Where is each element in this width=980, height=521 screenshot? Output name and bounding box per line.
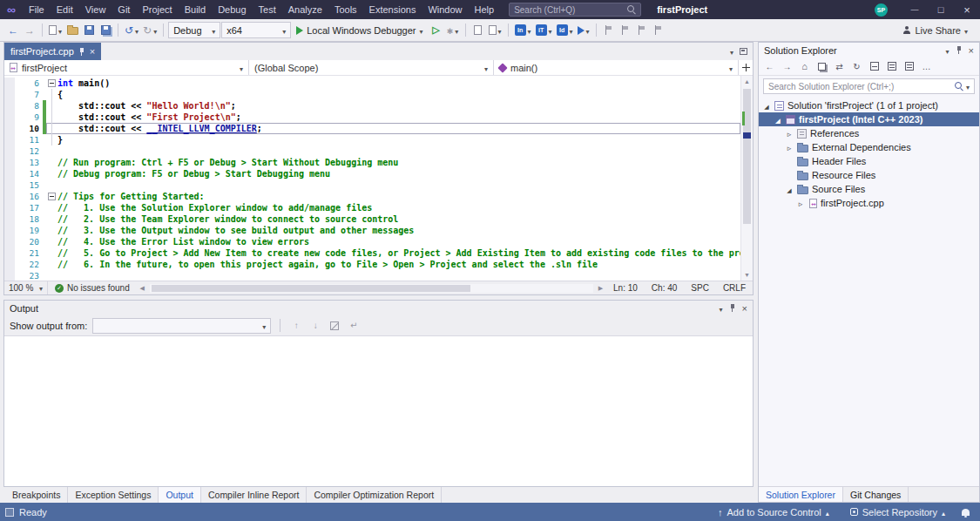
tree-expanded-arrow-icon[interactable] [762,100,771,111]
save-all-button[interactable] [98,22,113,39]
next-message-icon[interactable] [308,319,322,333]
code-line-21[interactable]: 21// 5. Go to Project > Add New Item to … [4,247,740,259]
live-share-button[interactable]: Live Share [896,25,975,36]
panel-tab-exception-settings[interactable]: Exception Settings [68,487,159,503]
window-position-icon[interactable] [720,303,723,314]
intel-tool-button-id[interactable]: Id [555,22,575,39]
document-health-indicator[interactable]: No issues found [48,283,137,293]
panel-tab-output[interactable]: Output [159,487,201,503]
tree-collapsed-arrow-icon[interactable] [785,142,794,152]
scroll-down-icon[interactable] [741,269,753,281]
start-without-debugging-button[interactable] [429,22,444,39]
quick-search-box[interactable]: Search (Ctrl+Q) [509,3,641,17]
debug-options-button[interactable] [445,22,461,39]
toggle-word-wrap-icon[interactable] [347,319,361,333]
breakpoint-margin[interactable] [4,213,15,225]
code-line-8[interactable]: 8 std::cout << "Hello World!\n"; [4,100,740,112]
home-icon[interactable] [797,59,812,74]
refresh-icon[interactable] [849,59,864,74]
close-panel-icon[interactable] [969,45,974,56]
code-line-16[interactable]: 16// Tips for Getting Started: [4,191,740,202]
window-position-icon[interactable] [946,45,950,56]
pin-panel-icon[interactable] [956,46,962,54]
panel-tab-compiler-optimization-report[interactable]: Compiler Optimization Report [307,487,442,503]
breakpoint-margin[interactable] [4,270,15,281]
breakpoint-margin[interactable] [4,100,15,112]
maximize-button[interactable] [928,0,954,19]
menu-debug[interactable]: Debug [212,0,252,19]
breakpoint-margin[interactable] [4,247,15,259]
code-line-13[interactable]: 13// Run program: Ctrl + F5 or Debug > S… [4,157,740,168]
properties-icon[interactable] [902,59,916,74]
add-to-source-control-button[interactable]: Add to Source Control [710,503,837,521]
tree-item-header-files[interactable]: Header Files [759,154,979,168]
intel-tool-button-it[interactable]: iT [534,22,554,39]
breakpoint-margin[interactable] [4,145,15,157]
collapse-region-icon[interactable] [48,193,56,200]
zoom-dropdown[interactable]: 100 % [4,281,48,294]
output-content[interactable] [4,335,753,486]
split-editor-button[interactable] [738,60,753,75]
horizontal-scrollbar[interactable] [150,284,593,293]
close-tab-icon[interactable] [90,46,95,57]
menu-help[interactable]: Help [469,0,501,19]
save-button[interactable] [81,22,97,39]
code-editor[interactable]: 6int main()7{8 std::cout << "Hello World… [4,76,753,281]
toggle-bookmark-button[interactable] [601,22,617,39]
new-project-button[interactable] [47,22,64,39]
vertical-scrollbar[interactable] [740,76,753,281]
breakpoint-margin[interactable] [4,179,15,191]
tree-expanded-arrow-icon[interactable] [785,184,794,194]
start-debugging-button[interactable]: Local Windows Debugger [292,22,427,39]
collapse-all-icon[interactable] [867,59,882,74]
code-line-9[interactable]: 9 std::cout << "First Project\n"; [4,112,740,123]
redo-button[interactable] [141,22,159,39]
show-all-files-icon[interactable] [884,59,899,74]
code-line-15[interactable]: 15 [4,179,740,191]
tree-collapsed-arrow-icon[interactable] [796,198,805,208]
tree-item-source-files[interactable]: Source Files [759,182,979,196]
scrollbar-thumb[interactable] [743,89,751,224]
select-repository-button[interactable]: Select Repository [842,503,953,521]
code-line-12[interactable]: 12 [4,145,740,157]
breakpoint-margin[interactable] [4,78,15,89]
solution-configurations-dropdown[interactable]: Debug [168,22,220,38]
breakpoint-margin[interactable] [4,134,15,145]
code-line-22[interactable]: 22// 6. In the future, to open this proj… [4,259,740,270]
solution-explorer-header[interactable]: Solution Explorer [759,43,979,58]
menu-file[interactable]: File [23,0,51,19]
previous-bookmark-button[interactable] [618,22,633,39]
menu-window[interactable]: Window [422,0,468,19]
tree-item-firstproject-intel-c-2023[interactable]: firstProject (Intel C++ 2023) [759,112,979,126]
horizontal-scrollbar-thumb[interactable] [152,285,471,292]
minimize-button[interactable] [902,0,928,19]
scope-dropdown[interactable]: (Global Scope) [249,60,494,75]
project-dropdown[interactable]: firstProject [4,60,249,75]
back-icon[interactable] [762,59,777,74]
panel-tab-git-changes[interactable]: Git Changes [843,487,909,502]
tree-item-references[interactable]: References [759,126,979,140]
menu-view[interactable]: View [79,0,112,19]
float-window-icon[interactable] [740,48,747,55]
tree-expanded-arrow-icon[interactable] [774,114,782,125]
code-line-11[interactable]: 11} [4,134,740,145]
panel-tab-solution-explorer[interactable]: Solution Explorer [759,487,843,502]
open-file-button[interactable] [64,22,80,39]
output-panel-header[interactable]: Output [4,301,753,315]
code-line-6[interactable]: 6int main() [4,78,740,89]
switch-views-icon[interactable] [814,59,829,74]
intel-run-analysis-button[interactable] [576,22,591,39]
menu-test[interactable]: Test [253,0,282,19]
menu-build[interactable]: Build [179,0,212,19]
solution-platforms-dropdown[interactable]: x64 [221,22,291,38]
pin-panel-icon[interactable] [730,304,735,312]
tree-collapsed-arrow-icon[interactable] [785,128,794,139]
breakpoint-margin[interactable] [4,191,15,202]
panel-tab-breakpoints[interactable]: Breakpoints [5,487,68,503]
breakpoint-margin[interactable] [4,259,15,270]
navigate-forward-button[interactable] [22,22,37,39]
intel-tool-button-in[interactable]: In [513,22,533,39]
sync-with-active-document-icon[interactable] [832,59,847,74]
panel-tab-compiler-inline-report[interactable]: Compiler Inline Report [201,487,307,503]
navigate-backward-button[interactable] [5,22,21,39]
